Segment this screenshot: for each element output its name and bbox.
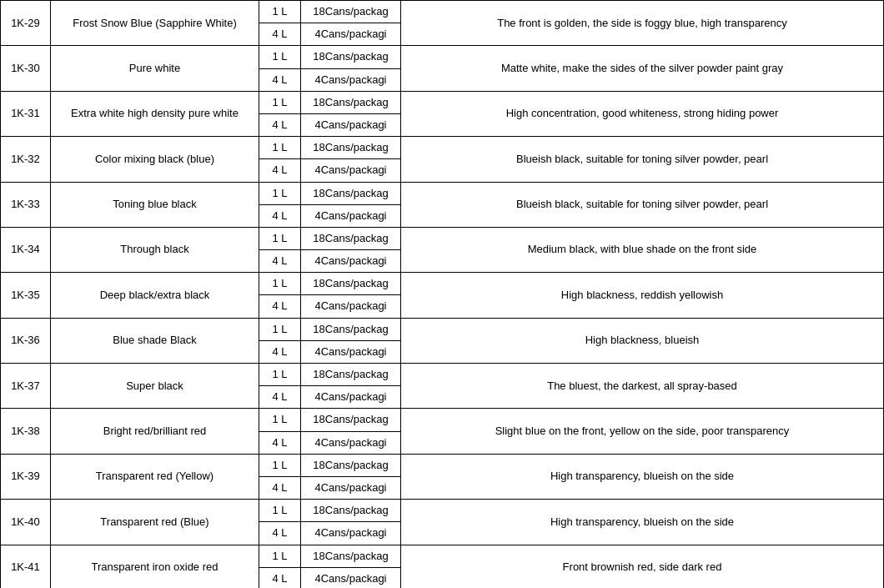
product-name: Toning blue black	[51, 182, 259, 227]
product-description: Front brownish red, side dark red	[401, 545, 884, 588]
packaging: 18Cans/packag	[301, 46, 401, 68]
volume: 4 L	[259, 23, 301, 46]
volume: 4 L	[259, 250, 301, 273]
product-description: The front is golden, the side is foggy b…	[401, 1, 884, 46]
product-name: Color mixing black (blue)	[51, 137, 259, 182]
volume: 1 L	[259, 273, 301, 295]
volume: 4 L	[259, 113, 301, 136]
product-code: 1K-39	[1, 454, 51, 499]
packaging: 4Cans/packagi	[301, 340, 401, 363]
product-code: 1K-41	[1, 545, 51, 588]
packaging: 4Cans/packagi	[301, 23, 401, 46]
volume: 4 L	[259, 386, 301, 409]
product-description: The bluest, the darkest, all spray-based	[401, 364, 884, 409]
packaging: 18Cans/packag	[301, 409, 401, 431]
packaging: 4Cans/packagi	[301, 250, 401, 273]
packaging: 4Cans/packagi	[301, 204, 401, 227]
product-description: Blueish black, suitable for toning silve…	[401, 182, 884, 227]
product-code: 1K-29	[1, 1, 51, 46]
packaging: 4Cans/packagi	[301, 68, 401, 91]
product-description: High blackness, blueish	[401, 318, 884, 363]
volume: 1 L	[259, 409, 301, 431]
packaging: 4Cans/packagi	[301, 567, 401, 588]
product-name: Super black	[51, 364, 259, 409]
volume: 4 L	[259, 476, 301, 499]
packaging: 18Cans/packag	[301, 454, 401, 476]
packaging: 18Cans/packag	[301, 273, 401, 295]
product-code: 1K-34	[1, 227, 51, 272]
product-code: 1K-38	[1, 409, 51, 454]
product-code: 1K-30	[1, 46, 51, 91]
product-code: 1K-37	[1, 364, 51, 409]
volume: 4 L	[259, 159, 301, 182]
product-code: 1K-32	[1, 137, 51, 182]
volume: 1 L	[259, 1, 301, 23]
product-code: 1K-33	[1, 182, 51, 227]
volume: 4 L	[259, 431, 301, 454]
volume: 1 L	[259, 318, 301, 340]
product-description: High transparency, blueish on the side	[401, 454, 884, 499]
volume: 4 L	[259, 204, 301, 227]
product-table: 1K-29Frost Snow Blue (Sapphire White)1 L…	[0, 0, 884, 588]
volume: 4 L	[259, 567, 301, 588]
packaging: 4Cans/packagi	[301, 295, 401, 318]
volume: 4 L	[259, 340, 301, 363]
volume: 4 L	[259, 522, 301, 545]
product-name: Frost Snow Blue (Sapphire White)	[51, 1, 259, 46]
product-description: High blackness, reddish yellowish	[401, 273, 884, 318]
packaging: 4Cans/packagi	[301, 159, 401, 182]
product-description: Matte white, make the sides of the silve…	[401, 46, 884, 91]
product-name: Transparent iron oxide red	[51, 545, 259, 588]
product-name: Pure white	[51, 46, 259, 91]
packaging: 18Cans/packag	[301, 137, 401, 159]
packaging: 4Cans/packagi	[301, 476, 401, 499]
volume: 1 L	[259, 227, 301, 249]
volume: 1 L	[259, 182, 301, 204]
product-description: Medium black, with blue shade on the fro…	[401, 227, 884, 272]
product-name: Through black	[51, 227, 259, 272]
product-description: High concentration, good whiteness, stro…	[401, 91, 884, 136]
product-description: Slight blue on the front, yellow on the …	[401, 409, 884, 454]
packaging: 4Cans/packagi	[301, 386, 401, 409]
volume: 1 L	[259, 91, 301, 113]
product-name: Blue shade Black	[51, 318, 259, 363]
packaging: 18Cans/packag	[301, 500, 401, 522]
packaging: 18Cans/packag	[301, 1, 401, 23]
product-code: 1K-40	[1, 500, 51, 545]
packaging: 18Cans/packag	[301, 364, 401, 386]
volume: 1 L	[259, 545, 301, 567]
product-name: Bright red/brilliant red	[51, 409, 259, 454]
volume: 1 L	[259, 500, 301, 522]
packaging: 18Cans/packag	[301, 545, 401, 567]
product-code: 1K-35	[1, 273, 51, 318]
volume: 4 L	[259, 68, 301, 91]
packaging: 18Cans/packag	[301, 227, 401, 249]
product-code: 1K-36	[1, 318, 51, 363]
packaging: 18Cans/packag	[301, 182, 401, 204]
volume: 1 L	[259, 454, 301, 476]
product-name: Transparent red (Blue)	[51, 500, 259, 545]
product-description: Blueish black, suitable for toning silve…	[401, 137, 884, 182]
packaging: 18Cans/packag	[301, 91, 401, 113]
product-description: High transparency, blueish on the side	[401, 500, 884, 545]
packaging: 4Cans/packagi	[301, 522, 401, 545]
product-name: Transparent red (Yellow)	[51, 454, 259, 499]
packaging: 4Cans/packagi	[301, 113, 401, 136]
volume: 1 L	[259, 137, 301, 159]
product-name: Extra white high density pure white	[51, 91, 259, 136]
volume: 1 L	[259, 364, 301, 386]
packaging: 4Cans/packagi	[301, 431, 401, 454]
product-name: Deep black/extra black	[51, 273, 259, 318]
packaging: 18Cans/packag	[301, 318, 401, 340]
product-code: 1K-31	[1, 91, 51, 136]
volume: 4 L	[259, 295, 301, 318]
volume: 1 L	[259, 46, 301, 68]
